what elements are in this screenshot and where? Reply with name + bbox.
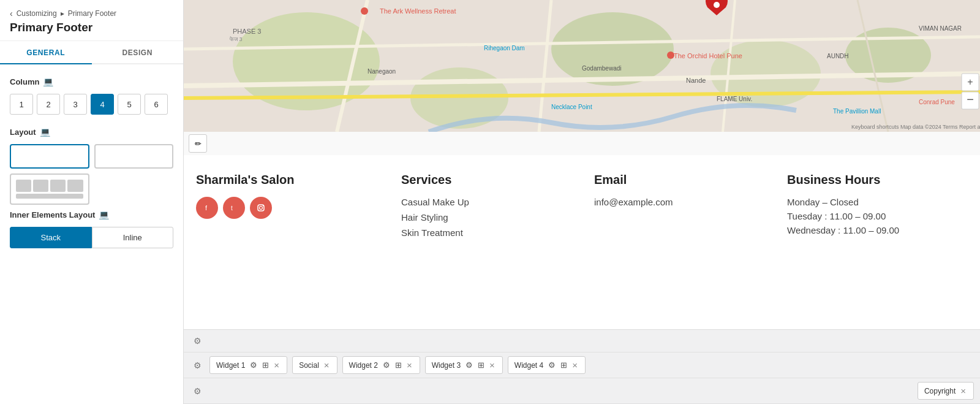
svg-text:−: − bbox=[967, 93, 974, 106]
back-arrow-icon: ‹ bbox=[10, 9, 13, 18]
svg-text:फेज 3: फेज 3 bbox=[229, 36, 243, 42]
widget-3-actions: ⚙ ⊞ × bbox=[464, 360, 496, 370]
email-title: Email bbox=[594, 172, 763, 187]
widget-chip-social: Social × bbox=[292, 356, 337, 374]
sidebar-title: Primary Footer bbox=[10, 21, 173, 34]
widget-1-close[interactable]: × bbox=[273, 360, 281, 370]
column-buttons: 1 2 3 4 5 6 bbox=[10, 94, 173, 115]
svg-text:AUNDH: AUNDH bbox=[827, 53, 849, 59]
row1-gear-icon[interactable]: ⚙ bbox=[190, 333, 205, 348]
row2-gear-icon[interactable]: ⚙ bbox=[190, 358, 205, 373]
column-section: Column 💻 1 2 3 4 5 6 Layout 💻 bbox=[0, 64, 183, 264]
column-label: Column 💻 bbox=[10, 77, 173, 86]
edit-pencil-button[interactable]: ✏ bbox=[189, 134, 207, 153]
copyright-chip: Copyright × bbox=[918, 382, 974, 400]
footer-col-2: Services Casual Make Up Hair Styling Ski… bbox=[389, 172, 582, 317]
inline-button[interactable]: Inline bbox=[92, 227, 174, 248]
svg-text:PHASE 3: PHASE 3 bbox=[233, 28, 261, 35]
widget-1-layout[interactable]: ⊞ bbox=[261, 360, 270, 370]
instagram-icon-btn[interactable] bbox=[250, 197, 272, 219]
svg-point-3 bbox=[551, 12, 674, 86]
map-container: PHASE 3 फेज 3 Nanegaon Godambewadi Nande… bbox=[184, 0, 980, 132]
sidebar-header: ‹ Customizing ▸ Primary Footer Primary F… bbox=[0, 0, 183, 41]
svg-text:The Pavillion Mall: The Pavillion Mall bbox=[833, 108, 881, 115]
col-btn-3[interactable]: 3 bbox=[64, 94, 87, 115]
layout-option-unequal[interactable] bbox=[94, 144, 174, 169]
widget-3-gear[interactable]: ⚙ bbox=[464, 360, 474, 370]
svg-point-29 bbox=[714, 2, 720, 8]
svg-text:The Ark Wellness Retreat: The Ark Wellness Retreat bbox=[380, 7, 456, 15]
layout-monitor-icon: 💻 bbox=[40, 127, 50, 137]
col-btn-1[interactable]: 1 bbox=[10, 94, 33, 115]
tab-general[interactable]: GENERAL bbox=[0, 41, 92, 64]
widget-2-layout[interactable]: ⊞ bbox=[394, 360, 403, 370]
tab-design[interactable]: DESIGN bbox=[92, 41, 184, 63]
service-item-3[interactable]: Skin Treatment bbox=[401, 227, 570, 238]
row3-gear-icon[interactable]: ⚙ bbox=[190, 384, 205, 398]
widget-2-actions: ⚙ ⊞ × bbox=[382, 360, 413, 370]
col-btn-2[interactable]: 2 bbox=[37, 94, 60, 115]
inner-elements-label: Inner Elements Layout 💻 bbox=[10, 210, 173, 219]
col-btn-5[interactable]: 5 bbox=[118, 94, 141, 115]
svg-text:+: + bbox=[967, 77, 973, 87]
col-btn-4[interactable]: 4 bbox=[91, 94, 114, 115]
hours-monday: Monday – Closed bbox=[787, 197, 956, 207]
widget-4-actions: ⚙ ⊞ × bbox=[547, 360, 579, 370]
back-navigation[interactable]: ‹ Customizing ▸ Primary Footer bbox=[10, 9, 173, 18]
widget-3-layout[interactable]: ⊞ bbox=[477, 360, 486, 370]
breadcrumb-section: Primary Footer bbox=[68, 9, 116, 18]
widget-1-gear[interactable]: ⚙ bbox=[249, 360, 258, 370]
service-item-1[interactable]: Casual Make Up bbox=[401, 197, 570, 207]
footer-col-3: Email info@example.com bbox=[582, 172, 775, 317]
service-item-2[interactable]: Hair Styling bbox=[401, 212, 570, 223]
svg-text:Necklace Point: Necklace Point bbox=[551, 104, 592, 110]
widget-4-layout[interactable]: ⊞ bbox=[559, 360, 568, 370]
svg-point-38 bbox=[260, 207, 263, 210]
widget-chip-3: Widget 3 ⚙ ⊞ × bbox=[425, 356, 503, 374]
copyright-close[interactable]: × bbox=[959, 386, 967, 396]
layout-option-equal[interactable] bbox=[10, 144, 89, 169]
svg-point-39 bbox=[263, 205, 264, 207]
twitter-icon-btn[interactable]: t bbox=[223, 197, 245, 219]
widget-1-actions: ⚙ ⊞ × bbox=[249, 360, 281, 370]
layout-option-bottom[interactable] bbox=[10, 173, 89, 205]
widget-2-close[interactable]: × bbox=[405, 360, 413, 370]
salon-name: Sharmila's Salon bbox=[196, 172, 377, 187]
layout-label: Layout 💻 bbox=[10, 127, 173, 137]
widget-2-gear[interactable]: ⚙ bbox=[382, 360, 391, 370]
business-hours-list: Monday – Closed Tuesday : 11.00 – 09.00 … bbox=[787, 197, 956, 235]
layout-options bbox=[10, 144, 173, 169]
svg-text:Nande: Nande bbox=[686, 77, 706, 84]
svg-text:f: f bbox=[205, 204, 208, 212]
svg-text:t: t bbox=[231, 205, 233, 212]
email-address: info@example.com bbox=[594, 197, 763, 207]
services-title: Services bbox=[401, 172, 570, 187]
footer-preview: ✏ Sharmila's Salon f t bbox=[184, 132, 980, 329]
layout-options-row2 bbox=[10, 173, 173, 205]
biz-hours-title: Business Hours bbox=[787, 172, 956, 187]
col-btn-6[interactable]: 6 bbox=[145, 94, 168, 115]
widget-row-3: ⚙ Copyright × bbox=[184, 378, 980, 404]
footer-columns: Sharmila's Salon f t Services C bbox=[184, 155, 980, 329]
svg-text:Conrad Pune: Conrad Pune bbox=[919, 99, 955, 105]
svg-point-22 bbox=[361, 7, 368, 15]
widget-4-gear[interactable]: ⚙ bbox=[547, 360, 557, 370]
widget-chip-1: Widget 1 ⚙ ⊞ × bbox=[209, 356, 287, 374]
svg-text:Keyboard shortcuts  Map data ©: Keyboard shortcuts Map data ©2024 Terms … bbox=[851, 124, 980, 130]
monitor-icon: 💻 bbox=[43, 77, 53, 86]
stack-button[interactable]: Stack bbox=[10, 227, 92, 248]
widget-4-close[interactable]: × bbox=[571, 360, 579, 370]
breadcrumb-separator: ▸ bbox=[61, 9, 64, 18]
svg-text:Rihegaon Dam: Rihegaon Dam bbox=[484, 45, 525, 51]
widget-1-label: Widget 1 bbox=[216, 361, 245, 370]
widget-3-close[interactable]: × bbox=[488, 360, 496, 370]
social-icons: f t bbox=[196, 197, 377, 219]
inner-monitor-icon: 💻 bbox=[99, 210, 109, 219]
main-area: PHASE 3 फेज 3 Nanegaon Godambewadi Nande… bbox=[184, 0, 980, 404]
widget-chip-4: Widget 4 ⚙ ⊞ × bbox=[508, 356, 586, 374]
facebook-icon-btn[interactable]: f bbox=[196, 197, 218, 219]
svg-text:Godambewadi: Godambewadi bbox=[582, 65, 621, 72]
social-close[interactable]: × bbox=[323, 360, 331, 370]
svg-text:Nanegaon: Nanegaon bbox=[368, 68, 396, 75]
breadcrumb-customizing: Customizing bbox=[17, 9, 57, 18]
